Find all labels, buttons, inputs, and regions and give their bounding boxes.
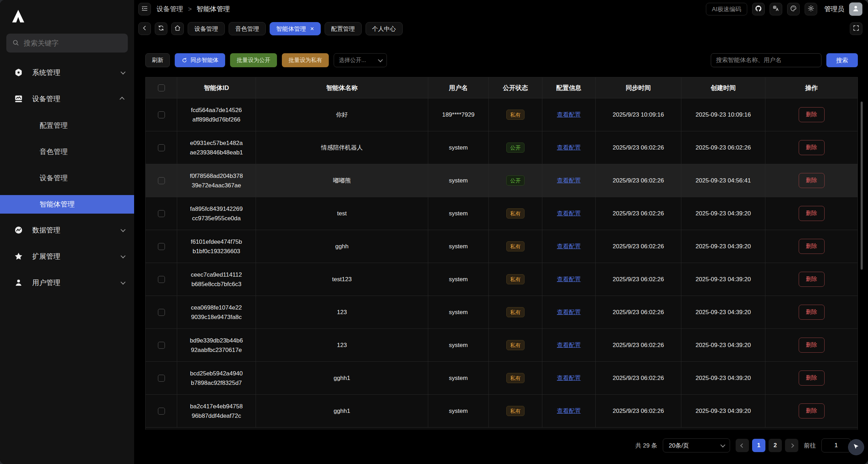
next-page-button[interactable] bbox=[785, 439, 798, 452]
tab-config[interactable]: 配置管理 bbox=[325, 22, 362, 35]
agent-name-cell: 123 bbox=[256, 296, 428, 329]
chevron-down-icon bbox=[378, 57, 383, 62]
tab-voice[interactable]: 音色管理 bbox=[229, 22, 266, 35]
agent-name-cell: test123 bbox=[256, 263, 428, 296]
row-select-cell bbox=[146, 263, 177, 296]
delete-button[interactable]: 删除 bbox=[799, 140, 825, 155]
breadcrumb-item[interactable]: 设备管理 bbox=[157, 5, 183, 14]
delete-button[interactable]: 删除 bbox=[799, 338, 825, 353]
view-config-link[interactable]: 查看配置 bbox=[557, 176, 581, 185]
agent-ops-cell: 删除 bbox=[765, 230, 858, 263]
view-config-link[interactable]: 查看配置 bbox=[557, 308, 581, 316]
row-checkbox[interactable] bbox=[158, 309, 165, 316]
view-config-link[interactable]: 查看配置 bbox=[557, 209, 581, 217]
delete-button[interactable]: 删除 bbox=[799, 305, 825, 320]
sidebar-item-extension[interactable]: 扩展管理 bbox=[0, 248, 134, 265]
delete-button[interactable]: 删除 bbox=[799, 272, 825, 287]
delete-button[interactable]: 删除 bbox=[799, 107, 825, 122]
sidebar-subitem-agent[interactable]: 智能体管理 bbox=[0, 195, 134, 214]
palette-icon bbox=[790, 5, 797, 13]
status-badge: 私有 bbox=[506, 241, 525, 251]
batch-set-private-button[interactable]: 批量设为私有 bbox=[282, 53, 329, 67]
page-button-2[interactable]: 2 bbox=[769, 439, 782, 452]
cursor-icon bbox=[853, 443, 860, 451]
row-checkbox[interactable] bbox=[158, 243, 165, 250]
cursor-pointer-button[interactable] bbox=[848, 439, 864, 455]
select-all-checkbox[interactable] bbox=[158, 84, 165, 91]
fullscreen-button[interactable] bbox=[850, 22, 862, 35]
view-config-link[interactable]: 查看配置 bbox=[557, 374, 581, 382]
sync-agents-button[interactable]: 同步智能体 bbox=[175, 53, 225, 67]
close-icon[interactable]: × bbox=[310, 26, 314, 32]
delete-button[interactable]: 删除 bbox=[799, 173, 825, 188]
refresh-icon bbox=[158, 25, 165, 33]
tab-label: 个人中心 bbox=[372, 25, 396, 33]
search-button[interactable]: 搜索 bbox=[826, 53, 858, 67]
page-button-1[interactable]: 1 bbox=[752, 439, 765, 452]
agent-created-time-cell: 2025-09-23 04:39:20 bbox=[681, 329, 765, 362]
row-checkbox[interactable] bbox=[158, 210, 165, 217]
view-config-link[interactable]: 查看配置 bbox=[557, 242, 581, 250]
app-logo-icon[interactable] bbox=[11, 8, 26, 24]
view-config-link[interactable]: 查看配置 bbox=[557, 144, 581, 152]
row-checkbox[interactable] bbox=[158, 342, 165, 349]
sidebar-search-input[interactable] bbox=[23, 39, 122, 47]
agent-status-cell: 公开 bbox=[489, 164, 542, 197]
tab-profile[interactable]: 个人中心 bbox=[366, 22, 403, 35]
delete-button[interactable]: 删除 bbox=[799, 239, 825, 254]
theme-button[interactable] bbox=[787, 3, 800, 15]
prev-page-button[interactable] bbox=[736, 439, 749, 452]
sidebar-item-system[interactable]: 系统管理 bbox=[0, 64, 134, 81]
collapse-sidebar-button[interactable] bbox=[138, 3, 151, 15]
status-badge: 公开 bbox=[506, 175, 525, 186]
sidebar-item-user[interactable]: 用户管理 bbox=[0, 274, 134, 291]
row-checkbox[interactable] bbox=[158, 408, 165, 415]
brightness-button[interactable] bbox=[805, 3, 817, 15]
delete-button[interactable]: 删除 bbox=[799, 206, 825, 221]
agent-user-cell: system bbox=[428, 164, 489, 197]
refresh-button[interactable]: 刷新 bbox=[145, 53, 170, 67]
chevron-down-icon bbox=[120, 227, 125, 232]
sidebar-item-data[interactable]: 数据管理 bbox=[0, 221, 134, 239]
agent-ops-cell: 删除 bbox=[765, 362, 858, 395]
tab-agent[interactable]: 智能体管理× bbox=[270, 22, 321, 35]
table-scrollbar[interactable] bbox=[861, 102, 863, 270]
nav-refresh-button[interactable] bbox=[155, 22, 167, 35]
table-header-row: 智能体ID智能体名称用户名公开状态配置信息同步时间创建时间操作 bbox=[146, 77, 858, 98]
public-status-filter-select[interactable]: 选择公开... bbox=[334, 53, 387, 67]
table-search-input[interactable] bbox=[716, 57, 816, 64]
status-badge: 私有 bbox=[506, 208, 525, 219]
page-size-select[interactable]: 20条/页 bbox=[663, 438, 730, 452]
nav-home-button[interactable] bbox=[171, 22, 184, 35]
github-button[interactable] bbox=[752, 3, 765, 15]
agent-id-cell: f0f78568ad204b37839e72e4aac367ae bbox=[177, 164, 256, 197]
view-config-link[interactable]: 查看配置 bbox=[557, 111, 581, 119]
ai-coding-button[interactable]: AI极速编码 bbox=[706, 3, 747, 15]
sidebar-subitem-device-sub[interactable]: 设备管理 bbox=[0, 169, 134, 187]
delete-button[interactable]: 删除 bbox=[799, 370, 825, 386]
batch-set-public-button[interactable]: 批量设为公开 bbox=[230, 53, 277, 67]
row-checkbox[interactable] bbox=[158, 375, 165, 382]
view-config-link[interactable]: 查看配置 bbox=[557, 407, 581, 415]
view-config-link[interactable]: 查看配置 bbox=[557, 341, 581, 349]
agent-id-cell: bd9e339db23b44b692aabfbc2370617e bbox=[177, 329, 256, 362]
nav-back-button[interactable] bbox=[138, 22, 151, 35]
sidebar-subitem-config[interactable]: 配置管理 bbox=[0, 116, 134, 135]
delete-button[interactable]: 删除 bbox=[799, 403, 825, 418]
row-checkbox[interactable] bbox=[158, 276, 165, 283]
sidebar-item-device[interactable]: 设备管理 bbox=[0, 90, 134, 108]
sidebar-subitem-voice[interactable]: 音色管理 bbox=[0, 143, 134, 161]
language-button[interactable] bbox=[770, 3, 782, 15]
table-search-box[interactable] bbox=[711, 53, 821, 67]
row-checkbox[interactable] bbox=[158, 144, 165, 151]
table-row: ba2c417e4eb9475896b87ddf4deaf72cgghh1sys… bbox=[146, 395, 858, 428]
agent-ops-cell: 删除 bbox=[765, 296, 858, 329]
agent-created-time-cell: 2025-09-23 04:39:20 bbox=[681, 296, 765, 329]
sidebar-search[interactable] bbox=[6, 34, 128, 53]
goto-page-input[interactable] bbox=[821, 438, 851, 452]
tab-device[interactable]: 设备管理 bbox=[188, 22, 225, 35]
avatar[interactable] bbox=[849, 2, 862, 16]
view-config-link[interactable]: 查看配置 bbox=[557, 275, 581, 283]
row-checkbox[interactable] bbox=[158, 111, 165, 118]
row-checkbox[interactable] bbox=[158, 177, 165, 184]
